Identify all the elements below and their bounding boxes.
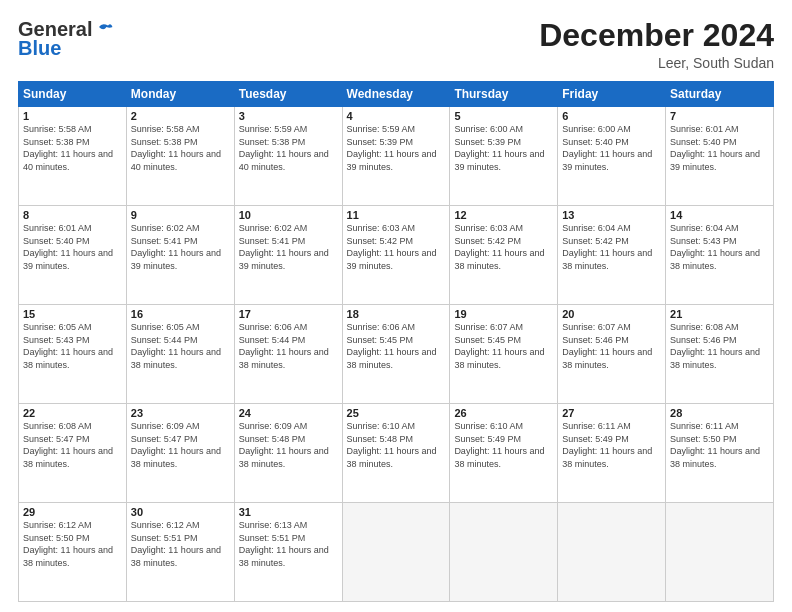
day-number: 4 — [347, 110, 446, 122]
day-info: Sunrise: 6:01 AM Sunset: 5:40 PM Dayligh… — [670, 123, 769, 173]
col-tuesday: Tuesday — [234, 82, 342, 107]
day-info: Sunrise: 6:05 AM Sunset: 5:44 PM Dayligh… — [131, 321, 230, 371]
day-number: 19 — [454, 308, 553, 320]
day-info: Sunrise: 6:03 AM Sunset: 5:42 PM Dayligh… — [454, 222, 553, 272]
day-number: 24 — [239, 407, 338, 419]
day-number: 15 — [23, 308, 122, 320]
table-row: 5 Sunrise: 6:00 AM Sunset: 5:39 PM Dayli… — [450, 107, 558, 206]
day-number: 7 — [670, 110, 769, 122]
table-row: 27 Sunrise: 6:11 AM Sunset: 5:49 PM Dayl… — [558, 404, 666, 503]
day-number: 1 — [23, 110, 122, 122]
table-row: 30 Sunrise: 6:12 AM Sunset: 5:51 PM Dayl… — [126, 503, 234, 602]
day-number: 14 — [670, 209, 769, 221]
table-row: 8 Sunrise: 6:01 AM Sunset: 5:40 PM Dayli… — [19, 206, 127, 305]
col-sunday: Sunday — [19, 82, 127, 107]
table-row: 11 Sunrise: 6:03 AM Sunset: 5:42 PM Dayl… — [342, 206, 450, 305]
day-number: 11 — [347, 209, 446, 221]
day-info: Sunrise: 6:04 AM Sunset: 5:43 PM Dayligh… — [670, 222, 769, 272]
day-number: 28 — [670, 407, 769, 419]
day-number: 21 — [670, 308, 769, 320]
day-info: Sunrise: 6:10 AM Sunset: 5:49 PM Dayligh… — [454, 420, 553, 470]
day-info: Sunrise: 5:58 AM Sunset: 5:38 PM Dayligh… — [23, 123, 122, 173]
day-info: Sunrise: 6:07 AM Sunset: 5:46 PM Dayligh… — [562, 321, 661, 371]
table-row: 20 Sunrise: 6:07 AM Sunset: 5:46 PM Dayl… — [558, 305, 666, 404]
day-number: 9 — [131, 209, 230, 221]
table-row: 14 Sunrise: 6:04 AM Sunset: 5:43 PM Dayl… — [666, 206, 774, 305]
table-row: 15 Sunrise: 6:05 AM Sunset: 5:43 PM Dayl… — [19, 305, 127, 404]
table-row: 1 Sunrise: 5:58 AM Sunset: 5:38 PM Dayli… — [19, 107, 127, 206]
day-number: 5 — [454, 110, 553, 122]
day-info: Sunrise: 6:08 AM Sunset: 5:46 PM Dayligh… — [670, 321, 769, 371]
table-row: 18 Sunrise: 6:06 AM Sunset: 5:45 PM Dayl… — [342, 305, 450, 404]
col-monday: Monday — [126, 82, 234, 107]
day-number: 6 — [562, 110, 661, 122]
calendar-row: 1 Sunrise: 5:58 AM Sunset: 5:38 PM Dayli… — [19, 107, 774, 206]
day-info: Sunrise: 6:11 AM Sunset: 5:50 PM Dayligh… — [670, 420, 769, 470]
day-info: Sunrise: 6:00 AM Sunset: 5:39 PM Dayligh… — [454, 123, 553, 173]
day-number: 8 — [23, 209, 122, 221]
day-info: Sunrise: 6:10 AM Sunset: 5:48 PM Dayligh… — [347, 420, 446, 470]
table-row: 21 Sunrise: 6:08 AM Sunset: 5:46 PM Dayl… — [666, 305, 774, 404]
page: General Blue December 2024 Leer, South S… — [0, 0, 792, 612]
table-row: 7 Sunrise: 6:01 AM Sunset: 5:40 PM Dayli… — [666, 107, 774, 206]
day-number: 18 — [347, 308, 446, 320]
day-info: Sunrise: 6:06 AM Sunset: 5:44 PM Dayligh… — [239, 321, 338, 371]
table-row — [450, 503, 558, 602]
table-row: 26 Sunrise: 6:10 AM Sunset: 5:49 PM Dayl… — [450, 404, 558, 503]
day-info: Sunrise: 6:12 AM Sunset: 5:50 PM Dayligh… — [23, 519, 122, 569]
calendar-row: 29 Sunrise: 6:12 AM Sunset: 5:50 PM Dayl… — [19, 503, 774, 602]
month-title: December 2024 — [539, 18, 774, 53]
day-number: 22 — [23, 407, 122, 419]
col-friday: Friday — [558, 82, 666, 107]
table-row: 22 Sunrise: 6:08 AM Sunset: 5:47 PM Dayl… — [19, 404, 127, 503]
table-row: 10 Sunrise: 6:02 AM Sunset: 5:41 PM Dayl… — [234, 206, 342, 305]
day-number: 31 — [239, 506, 338, 518]
calendar-row: 22 Sunrise: 6:08 AM Sunset: 5:47 PM Dayl… — [19, 404, 774, 503]
day-info: Sunrise: 6:07 AM Sunset: 5:45 PM Dayligh… — [454, 321, 553, 371]
day-number: 10 — [239, 209, 338, 221]
day-info: Sunrise: 6:01 AM Sunset: 5:40 PM Dayligh… — [23, 222, 122, 272]
day-number: 16 — [131, 308, 230, 320]
day-number: 2 — [131, 110, 230, 122]
day-info: Sunrise: 6:00 AM Sunset: 5:40 PM Dayligh… — [562, 123, 661, 173]
logo-bird-icon — [96, 21, 114, 39]
day-info: Sunrise: 6:03 AM Sunset: 5:42 PM Dayligh… — [347, 222, 446, 272]
table-row: 4 Sunrise: 5:59 AM Sunset: 5:39 PM Dayli… — [342, 107, 450, 206]
day-info: Sunrise: 6:05 AM Sunset: 5:43 PM Dayligh… — [23, 321, 122, 371]
table-row: 23 Sunrise: 6:09 AM Sunset: 5:47 PM Dayl… — [126, 404, 234, 503]
day-info: Sunrise: 5:59 AM Sunset: 5:38 PM Dayligh… — [239, 123, 338, 173]
table-row: 2 Sunrise: 5:58 AM Sunset: 5:38 PM Dayli… — [126, 107, 234, 206]
day-number: 12 — [454, 209, 553, 221]
day-info: Sunrise: 6:06 AM Sunset: 5:45 PM Dayligh… — [347, 321, 446, 371]
calendar-header-row: Sunday Monday Tuesday Wednesday Thursday… — [19, 82, 774, 107]
header-right: December 2024 Leer, South Sudan — [539, 18, 774, 71]
col-saturday: Saturday — [666, 82, 774, 107]
logo: General Blue — [18, 18, 114, 60]
calendar-row: 8 Sunrise: 6:01 AM Sunset: 5:40 PM Dayli… — [19, 206, 774, 305]
table-row: 6 Sunrise: 6:00 AM Sunset: 5:40 PM Dayli… — [558, 107, 666, 206]
day-number: 23 — [131, 407, 230, 419]
table-row: 3 Sunrise: 5:59 AM Sunset: 5:38 PM Dayli… — [234, 107, 342, 206]
table-row: 25 Sunrise: 6:10 AM Sunset: 5:48 PM Dayl… — [342, 404, 450, 503]
day-number: 30 — [131, 506, 230, 518]
day-info: Sunrise: 6:11 AM Sunset: 5:49 PM Dayligh… — [562, 420, 661, 470]
day-info: Sunrise: 6:08 AM Sunset: 5:47 PM Dayligh… — [23, 420, 122, 470]
table-row: 28 Sunrise: 6:11 AM Sunset: 5:50 PM Dayl… — [666, 404, 774, 503]
day-info: Sunrise: 6:12 AM Sunset: 5:51 PM Dayligh… — [131, 519, 230, 569]
day-number: 26 — [454, 407, 553, 419]
table-row: 17 Sunrise: 6:06 AM Sunset: 5:44 PM Dayl… — [234, 305, 342, 404]
day-info: Sunrise: 6:09 AM Sunset: 5:48 PM Dayligh… — [239, 420, 338, 470]
day-info: Sunrise: 6:02 AM Sunset: 5:41 PM Dayligh… — [131, 222, 230, 272]
col-thursday: Thursday — [450, 82, 558, 107]
table-row — [342, 503, 450, 602]
location: Leer, South Sudan — [539, 55, 774, 71]
day-number: 17 — [239, 308, 338, 320]
table-row: 31 Sunrise: 6:13 AM Sunset: 5:51 PM Dayl… — [234, 503, 342, 602]
calendar-table: Sunday Monday Tuesday Wednesday Thursday… — [18, 81, 774, 602]
day-info: Sunrise: 6:09 AM Sunset: 5:47 PM Dayligh… — [131, 420, 230, 470]
day-number: 27 — [562, 407, 661, 419]
day-number: 25 — [347, 407, 446, 419]
day-info: Sunrise: 6:04 AM Sunset: 5:42 PM Dayligh… — [562, 222, 661, 272]
table-row: 13 Sunrise: 6:04 AM Sunset: 5:42 PM Dayl… — [558, 206, 666, 305]
day-number: 20 — [562, 308, 661, 320]
